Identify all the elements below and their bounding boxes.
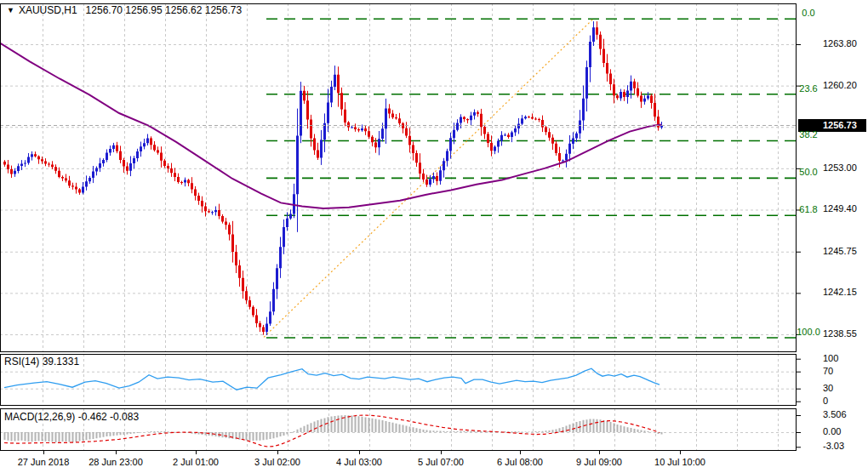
chart-title: ▼XAUUSD,H11256.70 1256.95 1256.62 1256.7… [7,4,242,16]
symbol-dropdown-icon[interactable]: ▼ [7,6,14,14]
rsi-axis-label: 100 [823,353,838,363]
price-axis-label: 1260.20 [823,80,857,90]
time-axis-label: 2 Jul 01:00 [173,457,219,467]
rsi-name: RSI(14) [4,356,39,368]
macd-values: -0.462 -0.083 [78,411,139,423]
fib-level-label: 50.0 [799,167,817,177]
rsi-indicator-label: RSI(14) 39.1331 [4,356,79,368]
ohlc-values: 1256.70 1256.95 1256.62 1256.73 [86,4,243,16]
time-axis-label: 6 Jul 08:00 [497,457,543,467]
symbol-timeframe: XAUUSD,H1 [19,4,77,16]
bear-candle-bodies [3,27,660,332]
fib-level-label: 61.8 [799,204,817,214]
rsi-axis-label: 70 [823,366,833,376]
price-axis-label: 1245.75 [823,246,857,256]
price-axis-label: 1249.40 [823,203,857,214]
time-axis-label: 27 Jun 2018 [18,457,70,467]
macd-axis-label: -3.03 [823,441,844,451]
time-axis-label: 5 Jul 07:00 [418,457,464,467]
price-axis-label: 1263.80 [823,38,857,48]
rsi-value: 39.1331 [43,356,79,368]
price-axis-label: 1253.00 [823,162,857,173]
fib-level-label: 100.0 [797,327,820,337]
rsi-axis-label: 30 [823,383,833,393]
price-axis-label: 1238.55 [823,328,857,339]
time-axis-label: 3 Jul 02:00 [254,457,300,467]
time-axis-label: 10 Jul 10:00 [654,457,705,467]
macd-axis-label: 3.506 [823,409,847,419]
price-axis-label: 1242.15 [823,287,857,297]
macd-axis-label: 0.00 [823,426,841,436]
macd-indicator-label: MACD(12,26,9) -0.462 -0.083 [4,411,139,423]
fib-level-label: 23.6 [799,83,817,94]
fib-level-label: 38.2 [799,129,817,140]
pane-frame [1,355,797,406]
time-axis-label: 9 Jul 09:00 [576,457,622,467]
fib-level-label: 0.0 [802,8,814,18]
rsi-axis-label: 0 [823,396,828,406]
chart-canvas[interactable] [0,0,868,473]
time-axis-label: 4 Jul 03:00 [336,457,382,467]
chart-window: ▼XAUUSD,H11256.70 1256.95 1256.62 1256.7… [0,0,868,473]
macd-name: MACD(12,26,9) [4,411,75,423]
time-axis-label: 28 Jun 23:00 [89,457,143,467]
